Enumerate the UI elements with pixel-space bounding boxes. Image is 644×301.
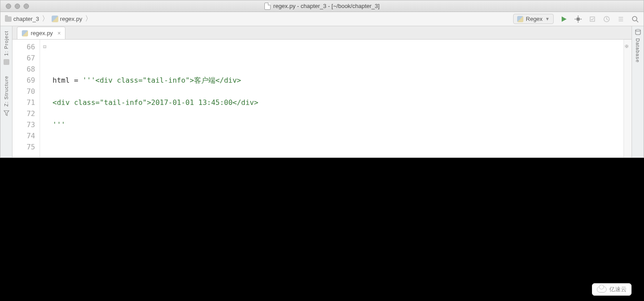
code-line [53,141,621,153]
line-number: 74 [12,130,35,141]
line-number: 69 [12,75,35,86]
line-number: 71 [12,97,35,108]
svg-line-13 [636,20,638,22]
code-text[interactable]: html = '''<div class="tail-info">客户端</di… [50,40,624,157]
profile-button[interactable] [603,15,611,23]
code-line [53,52,621,64]
code-line: html = '''<div class="tail-info">客户端</di… [53,75,621,86]
window-controls [0,4,29,9]
line-number-gutter: 66 67 68 69 70 71 72 73 74 75 [12,40,40,157]
database-icon[interactable] [635,29,641,36]
line-number: 73 [12,119,35,130]
close-tab-icon[interactable]: × [57,30,61,36]
svg-point-12 [632,16,637,21]
line-number: 66 [12,41,35,52]
line-number: 75 [12,141,35,153]
editor-column: regex.py × 66 67 68 69 70 71 72 73 74 75 [12,26,632,157]
run-config-selector[interactable]: Regex ▼ [513,14,554,24]
close-window-button[interactable] [6,4,11,9]
debug-button[interactable] [574,15,582,23]
window-title-text: regex.py - chapter_3 - [~/book/chapter_3… [273,3,380,9]
search-button[interactable] [631,15,639,23]
list-button[interactable] [617,15,625,23]
breadcrumb-item-file[interactable]: regex.py [52,16,82,22]
breadcrumb-label: chapter_3 [13,16,39,22]
svg-point-1 [576,17,580,21]
tab-label: regex.py [31,30,53,36]
svg-line-8 [607,19,608,20]
editor-tabbar: regex.py × [12,26,632,40]
editor-scrollbar[interactable]: ⨳ [624,40,632,157]
funnel-icon[interactable] [4,110,9,117]
minimize-window-button[interactable] [15,4,20,9]
breadcrumb-label: regex.py [60,16,82,22]
svg-marker-14 [4,111,9,116]
structure-tool-button[interactable]: Z: Structure [4,76,9,106]
code-editor[interactable]: 66 67 68 69 70 71 72 73 74 75 ⊟ [12,40,632,157]
window-title: regex.py - chapter_3 - [~/book/chapter_3… [0,3,644,10]
line-number: 67 [12,52,35,64]
watermark-badge: 亿速云 [592,283,632,296]
fold-gutter: ⊟ [40,40,50,157]
ide-window: regex.py - chapter_3 - [~/book/chapter_3… [0,0,644,158]
breadcrumb-sep: 〉 [85,14,92,24]
breadcrumb-item-folder[interactable]: chapter_3 [5,16,39,22]
line-number: 72 [12,108,35,119]
code-line: ''' [53,119,621,130]
folder-icon [5,16,12,22]
chevron-down-icon: ▼ [545,16,550,21]
project-files-icon[interactable] [4,59,9,65]
python-file-icon [517,16,523,22]
left-tool-gutter: 1: Project Z: Structure [0,26,12,157]
navigation-bar: chapter_3 〉 regex.py 〉 Regex ▼ [0,12,644,26]
editor-tab-regex[interactable]: regex.py × [17,27,65,39]
maximize-window-button[interactable] [24,4,29,9]
database-tool-button[interactable]: Database [635,38,640,63]
right-tool-gutter: Database [632,26,644,157]
run-config-label: Regex [526,16,543,22]
svg-marker-0 [562,16,567,22]
file-icon [264,3,271,10]
breadcrumb: chapter_3 〉 regex.py 〉 [5,14,93,24]
fold-mark[interactable]: ⊟ [40,41,49,52]
cloud-icon [597,286,607,293]
coverage-button[interactable] [588,15,596,23]
line-number: 70 [12,86,35,97]
project-tool-button[interactable]: 1: Project [4,31,9,56]
toolbar-right: Regex ▼ [513,14,639,24]
watermark-text: 亿速云 [609,285,627,293]
svg-point-15 [636,29,640,31]
hide-editor-icon[interactable]: ⨳ [624,42,630,49]
run-button[interactable] [560,15,568,23]
breadcrumb-sep: 〉 [42,14,49,24]
code-line: <div class="tail-info">2017-01-01 13:45:… [53,97,621,108]
python-file-icon [52,16,58,22]
editor-body: 1: Project Z: Structure regex.py × 66 67… [0,26,644,157]
line-number: 68 [12,64,35,75]
python-file-icon [22,30,28,36]
titlebar: regex.py - chapter_3 - [~/book/chapter_3… [0,0,644,12]
